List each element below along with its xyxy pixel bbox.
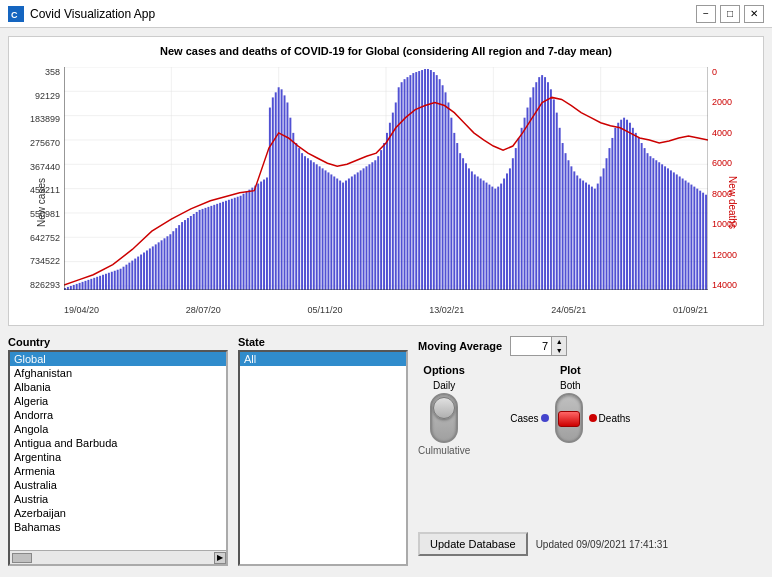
svg-rect-118 [354,174,356,290]
list-item-global[interactable]: Global [10,352,226,366]
svg-rect-231 [685,181,687,290]
svg-rect-126 [377,156,379,290]
svg-rect-193 [573,171,575,290]
svg-rect-123 [368,164,370,290]
deaths-label: Deaths [599,413,631,424]
list-item-armenia[interactable]: Armenia [10,464,226,478]
svg-text:C: C [11,10,18,20]
svg-rect-207 [614,128,616,290]
svg-rect-113 [339,181,341,290]
list-item-andorra[interactable]: Andorra [10,408,226,422]
svg-rect-140 [418,71,420,290]
scroll-right-btn[interactable]: ▶ [214,552,226,564]
y-left-tick-6: 275670 [30,138,60,148]
svg-rect-187 [556,113,558,290]
options-top-label: Daily [433,380,455,391]
y-left-tick-0: 826293 [30,280,60,290]
list-item-antigua[interactable]: Antigua and Barbuda [10,436,226,450]
svg-rect-34 [108,273,110,290]
moving-avg-spinner[interactable]: ▲ ▼ [510,336,567,356]
svg-rect-46 [143,252,145,290]
y-left-tick-5: 367440 [30,162,60,172]
list-item-australia[interactable]: Australia [10,478,226,492]
svg-rect-219 [649,156,651,290]
plot-toggle[interactable] [555,393,583,443]
svg-rect-201 [597,184,599,290]
update-row: Update Database Updated 09/09/2021 17:41… [418,532,764,556]
svg-rect-192 [570,166,572,290]
list-item-bahamas[interactable]: Bahamas [10,520,226,534]
svg-rect-206 [611,138,613,290]
y-left-tick-2: 642752 [30,233,60,243]
svg-rect-37 [117,270,119,290]
svg-rect-209 [620,120,622,290]
svg-rect-145 [433,72,435,290]
state-list-scroll[interactable]: All [240,352,406,564]
minimize-button[interactable]: − [696,5,716,23]
svg-rect-31 [99,276,101,290]
svg-rect-128 [383,143,385,290]
country-scrollbar-x[interactable]: ▶ [10,550,226,564]
svg-rect-51 [158,242,160,290]
chart-svg [64,67,708,290]
svg-rect-33 [105,274,107,290]
svg-rect-152 [453,133,455,290]
plot-top-label: Both [560,380,581,391]
list-item-argentina[interactable]: Argentina [10,450,226,464]
deaths-row: Deaths [589,413,631,424]
svg-rect-141 [421,70,423,290]
svg-rect-156 [465,163,467,290]
list-item-algeria[interactable]: Algeria [10,394,226,408]
list-item-albania[interactable]: Albania [10,380,226,394]
spin-up-btn[interactable]: ▲ [552,337,566,346]
svg-rect-86 [260,182,262,290]
svg-rect-70 [213,205,215,290]
svg-rect-65 [199,210,201,290]
scrollbar-thumb[interactable] [12,553,32,563]
state-listbox[interactable]: All [238,350,408,566]
svg-rect-175 [521,128,523,290]
svg-rect-138 [412,73,414,290]
maximize-button[interactable]: □ [720,5,740,23]
update-database-btn[interactable]: Update Database [418,532,528,556]
bottom-panel: Country Global Afghanistan Albania Alger… [8,336,764,566]
svg-rect-42 [131,261,133,290]
svg-rect-69 [210,206,212,290]
svg-rect-159 [474,174,476,290]
list-item-state-all[interactable]: All [240,352,406,366]
country-list-scroll[interactable]: Global Afghanistan Albania Algeria Andor… [10,352,226,550]
options-toggle[interactable] [430,393,458,443]
svg-rect-41 [128,263,130,290]
moving-avg-input[interactable] [511,337,551,355]
svg-rect-62 [190,216,192,290]
svg-rect-146 [436,75,438,290]
svg-rect-78 [237,197,239,290]
list-item-afghanistan[interactable]: Afghanistan [10,366,226,380]
list-item-austria[interactable]: Austria [10,492,226,506]
svg-rect-61 [187,218,189,290]
close-button[interactable]: ✕ [744,5,764,23]
chart-area: New cases and deaths of COVID-19 for Glo… [8,36,764,326]
svg-rect-71 [216,204,218,290]
svg-rect-90 [272,97,274,290]
list-item-angola[interactable]: Angola [10,422,226,436]
svg-rect-234 [693,187,695,290]
svg-rect-238 [705,195,707,290]
cases-bars [64,69,707,290]
x-tick-0: 19/04/20 [64,305,99,315]
svg-rect-22 [73,285,75,290]
state-panel: State All [238,336,408,566]
svg-rect-59 [181,222,183,290]
list-item-azerbaijan[interactable]: Azerbaijan [10,506,226,520]
svg-rect-194 [576,175,578,290]
svg-rect-223 [661,164,663,290]
y-right-tick-1: 12000 [712,250,737,260]
spin-down-btn[interactable]: ▼ [552,346,566,355]
svg-rect-161 [480,179,482,291]
svg-rect-28 [90,279,92,290]
svg-rect-222 [658,162,660,290]
country-listbox[interactable]: Global Afghanistan Albania Algeria Andor… [8,350,228,566]
svg-rect-237 [702,193,704,290]
svg-rect-57 [175,228,177,290]
svg-rect-133 [398,87,400,290]
